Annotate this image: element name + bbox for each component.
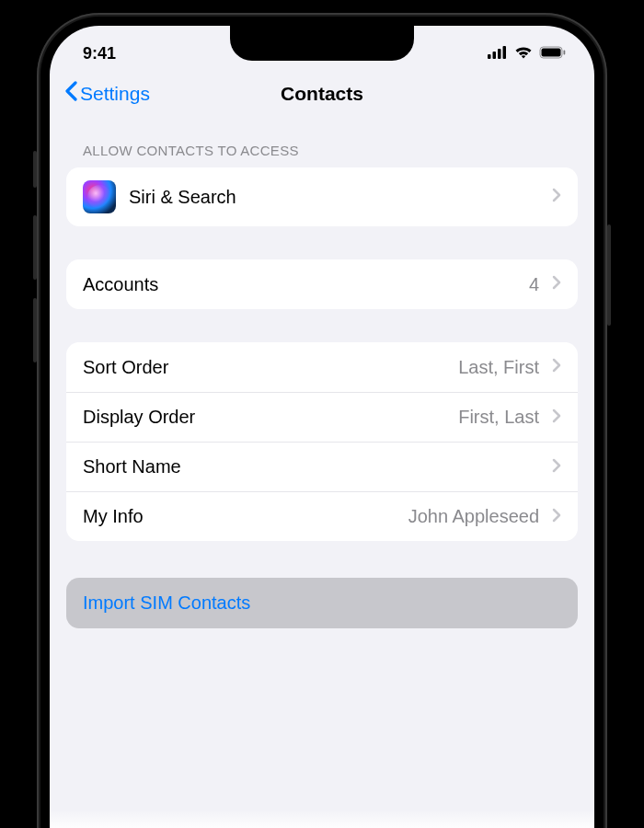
import-sim-contacts-button[interactable]: Import SIM Contacts <box>66 578 578 628</box>
row-display-order[interactable]: Display Order First, Last <box>66 392 578 442</box>
volume-up-button <box>33 215 37 280</box>
import-button-label: Import SIM Contacts <box>83 592 250 613</box>
row-value: 4 <box>529 274 539 295</box>
group-accounts: Accounts 4 <box>66 259 578 309</box>
section-header-allow-access: ALLOW CONTACTS TO ACCESS <box>66 119 578 167</box>
row-siri-search[interactable]: Siri & Search <box>66 167 578 226</box>
wifi-icon <box>514 44 533 63</box>
battery-icon <box>539 44 567 63</box>
chevron-right-icon <box>552 188 561 206</box>
group-display-settings: Sort Order Last, First Display Order Fir… <box>66 342 578 541</box>
row-sort-order[interactable]: Sort Order Last, First <box>66 342 578 392</box>
settings-content: ALLOW CONTACTS TO ACCESS Siri & Search A… <box>50 119 594 628</box>
group-allow-access: Siri & Search <box>66 167 578 226</box>
page-title: Contacts <box>281 83 363 105</box>
cellular-icon <box>488 44 508 63</box>
phone-frame: 9:41 Settings Contacts <box>37 13 607 828</box>
row-value: First, Last <box>458 407 539 428</box>
chevron-right-icon <box>552 275 561 293</box>
back-button[interactable]: Settings <box>64 81 150 106</box>
svg-rect-5 <box>542 48 561 56</box>
chevron-right-icon <box>552 358 561 376</box>
row-accounts[interactable]: Accounts 4 <box>66 259 578 309</box>
row-label: Sort Order <box>83 357 445 378</box>
chevron-right-icon <box>552 408 561 427</box>
back-label: Settings <box>80 83 150 105</box>
bottom-fade <box>50 810 594 828</box>
svg-rect-6 <box>564 50 566 54</box>
silent-switch <box>33 151 37 188</box>
svg-rect-3 <box>503 46 507 59</box>
chevron-right-icon <box>552 508 561 526</box>
row-value: John Appleseed <box>408 506 539 527</box>
nav-bar: Settings Contacts <box>50 70 594 119</box>
chevron-left-icon <box>64 81 77 106</box>
row-my-info[interactable]: My Info John Appleseed <box>66 491 578 541</box>
row-label: Accounts <box>83 274 516 295</box>
row-label: My Info <box>83 506 396 527</box>
notch <box>230 26 414 61</box>
volume-down-button <box>33 298 37 362</box>
row-label: Short Name <box>83 456 539 477</box>
chevron-right-icon <box>552 458 561 477</box>
row-short-name[interactable]: Short Name <box>66 442 578 491</box>
row-value: Last, First <box>458 357 539 378</box>
phone-screen: 9:41 Settings Contacts <box>50 26 594 828</box>
svg-rect-0 <box>488 54 491 59</box>
svg-rect-1 <box>493 52 497 59</box>
siri-icon <box>83 180 116 213</box>
row-label: Siri & Search <box>129 187 539 208</box>
svg-rect-2 <box>498 49 501 59</box>
row-label: Display Order <box>83 407 445 428</box>
power-button <box>607 224 611 326</box>
